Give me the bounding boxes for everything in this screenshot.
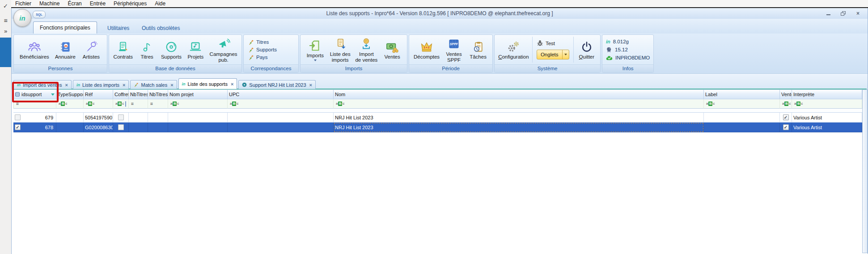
decomptes-button[interactable]: Décomptes (412, 39, 441, 60)
text-filter-icon[interactable]: aBc (782, 102, 791, 106)
close-icon[interactable]: × (309, 82, 312, 88)
menu-machine[interactable]: Machine (35, 0, 64, 7)
text-filter-icon[interactable]: aBc (170, 102, 179, 106)
column-header-interprete[interactable]: Interprète (792, 89, 862, 99)
close-icon[interactable]: × (231, 81, 233, 87)
filter-nom[interactable]: aBc (334, 99, 704, 109)
correspondance-titres-button[interactable]: Titres (248, 39, 277, 45)
column-header-nbtitresratt[interactable]: NbTitresRatt (148, 89, 168, 99)
cell-nbtitres[interactable] (129, 123, 148, 132)
menu-entree[interactable]: Entrée (86, 0, 110, 7)
filter-typesupport[interactable]: aBc (56, 99, 84, 109)
beneficiaires-button[interactable]: Bénéficiaires (18, 39, 51, 60)
filter-interprete[interactable]: aBc (792, 99, 862, 109)
column-header-upc[interactable]: UPC (228, 89, 334, 99)
liste-des-imports-button[interactable]: Liste des imports (328, 36, 352, 64)
list-filter-icon[interactable] (125, 101, 126, 107)
configuration-button[interactable]: Configuration (496, 39, 530, 60)
column-header-nbtitres[interactable]: NbTitres (129, 89, 148, 99)
minimize-button[interactable] (822, 9, 834, 17)
cell-interprete[interactable]: Various Artist (792, 123, 862, 132)
filter-ref[interactable]: aBc (84, 99, 113, 109)
taches-button[interactable]: Tâches (466, 39, 490, 60)
close-icon[interactable]: × (65, 82, 68, 88)
filter-nbtitres[interactable]: = (129, 99, 148, 109)
sql-console-button[interactable]: SQL (33, 11, 46, 18)
cell-typesupport[interactable] (56, 113, 84, 123)
doc-tab-support-nrj-hit-list-2023[interactable]: Support NRJ Hit List 2023 × (238, 80, 316, 89)
close-icon[interactable]: × (170, 82, 173, 88)
menu-ecran[interactable]: Écran (64, 0, 85, 7)
cell-nom-focused[interactable]: NRJ Hit List 2023 (334, 123, 704, 132)
text-filter-icon[interactable]: aBc (794, 102, 803, 106)
text-filter-icon[interactable]: aBc (706, 102, 715, 106)
menu-peripheriques[interactable]: Périphériques (110, 0, 151, 7)
close-icon[interactable]: × (123, 82, 125, 88)
coffret-checkbox[interactable]: ✓ (118, 114, 124, 120)
column-header-nom[interactable]: Nom (334, 89, 704, 99)
filter-vente[interactable]: aBc (780, 99, 792, 109)
text-filter-icon[interactable]: aBc (230, 102, 238, 106)
cell-nom[interactable]: NRJ Hit List 2023 (334, 113, 704, 123)
correspondance-supports-button[interactable]: Supports (248, 47, 277, 53)
column-header-typesupport[interactable]: TypeSupport (56, 89, 84, 99)
cell-nbtitresratt[interactable] (148, 113, 168, 123)
text-filter-icon[interactable]: aBc (336, 102, 344, 106)
row-checkbox[interactable]: ✓ (15, 114, 21, 120)
cell-label[interactable] (704, 123, 780, 132)
column-header-coffret[interactable]: Coffret (113, 89, 129, 99)
filter-nbtitresratt[interactable]: = (148, 99, 168, 109)
equals-filter-icon[interactable]: = (131, 102, 134, 106)
title-bar[interactable]: Liste des supports - Inpro*64 - Version … (12, 8, 868, 19)
close-button[interactable]: × (852, 9, 864, 17)
cell-interprete[interactable]: Various Artist (792, 113, 862, 123)
cell-vente[interactable]: ✓ (780, 113, 792, 123)
tab-fonctions-principales[interactable]: Fonctions principales (33, 21, 97, 34)
doc-tab-liste-des-imports[interactable]: in Liste des imports × (73, 80, 129, 89)
cell-typesupport[interactable] (56, 123, 84, 132)
cell-ref[interactable]: G020008630378' (84, 123, 113, 132)
cell-coffret[interactable]: ✓ (113, 123, 129, 132)
dropdown-arrow-icon[interactable] (562, 50, 569, 59)
filter-upc[interactable]: aBc (228, 99, 334, 109)
text-filter-icon[interactable]: aBc (115, 102, 124, 106)
cell-idsupport[interactable]: ✓ 678 (13, 123, 56, 132)
equals-filter-icon[interactable]: = (150, 102, 153, 106)
column-header-label[interactable]: Label (704, 89, 780, 99)
projets-button[interactable]: Projets (184, 39, 207, 60)
cell-nbtitres[interactable] (129, 113, 148, 123)
artistes-button[interactable]: Artistes (80, 39, 103, 60)
cell-upc[interactable] (228, 113, 334, 123)
imports-button[interactable]: Imports (304, 38, 327, 62)
cell-ref[interactable]: 5054197590702 (84, 113, 113, 123)
chevrons-icon[interactable]: » (0, 28, 11, 34)
campagnes-pub-button[interactable]: Campagnes pub. (208, 36, 239, 64)
import-de-ventes-button[interactable]: Import de ventes (353, 36, 379, 64)
text-filter-icon[interactable]: aBc (59, 102, 67, 106)
cell-idsupport[interactable]: ✓ 679 (13, 113, 56, 123)
coffret-checkbox[interactable]: ✓ (118, 124, 124, 130)
cell-upc[interactable] (228, 123, 334, 132)
cell-vente[interactable]: ✓ (780, 123, 792, 132)
annuaire-button[interactable]: Annuaire (53, 39, 77, 60)
onglets-dropdown-button[interactable]: Onglets (537, 50, 569, 59)
supports-button[interactable]: Supports (159, 39, 183, 60)
filter-coffret[interactable]: aBc (113, 99, 129, 109)
tab-utilitaires[interactable]: Utilitaires (101, 23, 135, 34)
test-button[interactable]: Test (537, 40, 569, 47)
filter-nom-projet[interactable]: aBc (168, 99, 228, 109)
cell-coffret[interactable]: ✓ (113, 113, 129, 123)
cell-nom-projet[interactable] (168, 123, 228, 132)
doc-tab-match-sales[interactable]: Match sales × (130, 80, 177, 89)
check-icon[interactable]: ✓ (0, 3, 11, 9)
menu-aide[interactable]: Aide (151, 0, 169, 7)
menu-fichier[interactable]: Fichier (11, 0, 35, 7)
table-row-selected[interactable]: ✓ 678 G020008630378' ✓ NRJ Hit List 2023… (13, 123, 862, 132)
column-header-nom-projet[interactable]: Nom projet (168, 89, 228, 99)
text-filter-icon[interactable]: aBc (86, 102, 94, 106)
column-header-vente[interactable]: Vente (780, 89, 792, 99)
cell-nbtitresratt[interactable] (148, 123, 168, 132)
row-checkbox[interactable]: ✓ (15, 124, 21, 130)
doc-tab-liste-des-supports[interactable]: in Liste des supports × (178, 78, 237, 89)
menu-icon[interactable]: ≡ (0, 17, 11, 24)
